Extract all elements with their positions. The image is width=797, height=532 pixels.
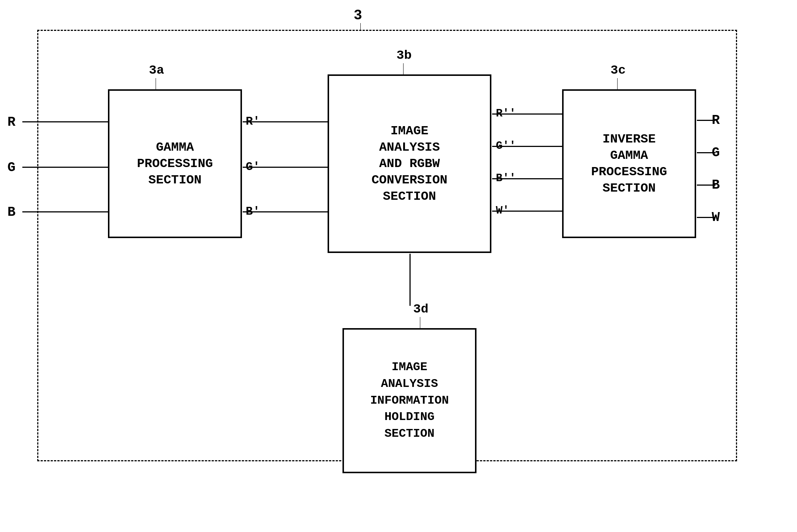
input-g-label: G bbox=[7, 160, 16, 175]
input-r-label: R bbox=[7, 115, 16, 130]
holding-text: IMAGEANALYSISINFORMATIONHOLDINGSECTION bbox=[370, 359, 449, 442]
image-analysis-section: IMAGEANALYSISAND RGBWCONVERSIONSECTION bbox=[328, 74, 491, 253]
line-rp bbox=[243, 121, 328, 122]
vertical-line-to-holding bbox=[409, 254, 411, 306]
label-3-connector bbox=[360, 23, 361, 31]
gamma-processing-section: GAMMAPROCESSINGSECTION bbox=[108, 89, 242, 238]
line-gpp bbox=[492, 146, 563, 147]
label-3d: 3d bbox=[413, 302, 428, 316]
input-b-line bbox=[22, 211, 108, 212]
line-bpp bbox=[492, 178, 563, 179]
line-bp bbox=[243, 211, 328, 212]
input-b-label: B bbox=[7, 205, 16, 220]
line-wp bbox=[492, 211, 563, 212]
line-rpp bbox=[492, 113, 563, 115]
label-3d-connector bbox=[420, 317, 420, 329]
output-b-line bbox=[697, 185, 715, 186]
inv-gamma-text: INVERSEGAMMAPROCESSINGSECTION bbox=[591, 131, 667, 197]
gamma-box-text: GAMMAPROCESSINGSECTION bbox=[137, 139, 213, 189]
input-g-line bbox=[22, 167, 108, 168]
label-3b: 3b bbox=[396, 48, 412, 63]
inv-gamma-processing-section: INVERSEGAMMAPROCESSINGSECTION bbox=[562, 89, 696, 238]
output-g-line bbox=[697, 152, 715, 153]
line-gp bbox=[243, 167, 328, 168]
output-w-line bbox=[697, 217, 715, 218]
label-3a: 3a bbox=[149, 63, 164, 77]
image-analysis-information-holding-section: IMAGEANALYSISINFORMATIONHOLDINGSECTION bbox=[342, 328, 476, 473]
input-r-line bbox=[22, 121, 108, 122]
label-3a-connector bbox=[156, 78, 156, 90]
output-r-line bbox=[697, 120, 715, 121]
label-3c-connector bbox=[617, 78, 618, 90]
label-3b-connector bbox=[403, 63, 404, 75]
label-3c: 3c bbox=[610, 63, 626, 77]
label-3: 3 bbox=[354, 7, 362, 23]
image-analysis-text: IMAGEANALYSISAND RGBWCONVERSIONSECTION bbox=[372, 123, 447, 205]
